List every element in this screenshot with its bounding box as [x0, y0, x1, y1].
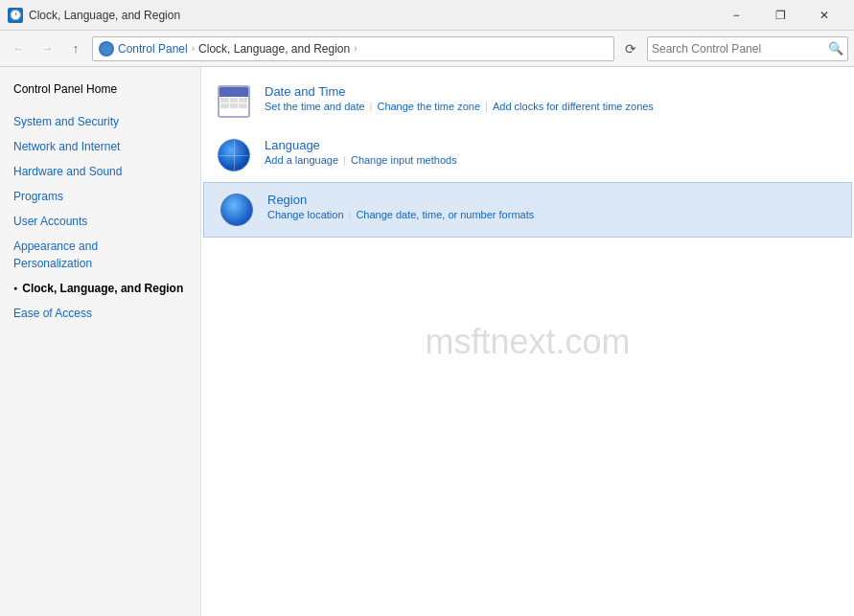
close-button[interactable]: ✕ [802, 0, 846, 31]
date-time-links: Set the time and date | Change the time … [265, 101, 839, 112]
content-area: Date and Time Set the time and date | Ch… [201, 67, 854, 616]
main-layout: Control Panel Home System and Security N… [0, 67, 854, 616]
cal-cell [220, 103, 229, 108]
sidebar-item-appearance[interactable]: Appearance andPersonalization [0, 234, 200, 276]
address-path-box[interactable]: Control Panel › Clock, Language, and Reg… [92, 36, 614, 61]
date-time-title[interactable]: Date and Time [265, 84, 839, 99]
region-links: Change location | Change date, time, or … [267, 209, 836, 220]
watermark: msftnext.com [425, 322, 630, 362]
restore-button[interactable]: ❐ [758, 0, 802, 31]
refresh-button[interactable]: ⟳ [618, 36, 643, 61]
window-controls: − ❐ ✕ [714, 0, 846, 31]
link-sep: | [349, 209, 352, 220]
language-icon [217, 138, 251, 172]
minimize-button[interactable]: − [714, 0, 758, 31]
region-text: Region Change location | Change date, ti… [267, 193, 836, 220]
cal-cell [220, 98, 229, 103]
sidebar-item-programs[interactable]: Programs [0, 184, 200, 209]
breadcrumb-current: Clock, Language, and Region [198, 42, 350, 56]
breadcrumb-sep-1: › [192, 43, 195, 54]
sidebar-sep [0, 102, 200, 109]
language-title[interactable]: Language [265, 138, 839, 152]
sidebar-item-hardware-sound[interactable]: Hardware and Sound [0, 159, 200, 184]
date-time-text: Date and Time Set the time and date | Ch… [265, 84, 839, 112]
calendar-icon [218, 85, 250, 118]
category-date-time: Date and Time Set the time and date | Ch… [201, 75, 854, 128]
link-sep: | [343, 154, 346, 166]
window-title: Clock, Language, and Region [29, 9, 714, 22]
title-bar: 🕐 Clock, Language, and Region − ❐ ✕ [0, 0, 854, 31]
search-box[interactable]: 🔍 [647, 36, 848, 61]
breadcrumb-control-panel[interactable]: Control Panel [118, 42, 188, 56]
link-change-location[interactable]: Change location [267, 209, 344, 220]
sidebar-home[interactable]: Control Panel Home [0, 77, 200, 102]
cal-cell [230, 98, 239, 103]
sidebar-item-network-internet[interactable]: Network and Internet [0, 134, 200, 159]
up-button[interactable]: ↑ [63, 36, 88, 61]
cal-cell [239, 98, 247, 103]
region-icon-container [219, 193, 254, 227]
cal-cell [230, 103, 239, 108]
link-add-clocks[interactable]: Add clocks for different time zones [493, 101, 654, 112]
link-sep: | [485, 101, 488, 112]
link-change-input[interactable]: Change input methods [351, 154, 457, 166]
sidebar-item-system-security[interactable]: System and Security [0, 109, 200, 134]
sidebar-item-ease-of-access[interactable]: Ease of Access [0, 301, 200, 326]
link-add-language[interactable]: Add a language [265, 154, 338, 166]
globe-icon [99, 41, 114, 57]
cal-top [219, 87, 248, 97]
forward-button[interactable]: → [35, 36, 59, 61]
address-bar: ← → ↑ Control Panel › Clock, Language, a… [0, 31, 854, 67]
date-time-icon [217, 84, 251, 119]
category-region: Region Change location | Change date, ti… [203, 182, 852, 238]
sidebar: Control Panel Home System and Security N… [0, 67, 201, 616]
back-button[interactable]: ← [6, 36, 31, 61]
breadcrumb-sep-2: › [354, 43, 357, 54]
cal-cell [239, 103, 247, 108]
search-icon[interactable]: 🔍 [828, 41, 843, 56]
language-text: Language Add a language | Change input m… [265, 138, 839, 166]
category-language: Language Add a language | Change input m… [201, 128, 854, 182]
search-input[interactable] [652, 42, 828, 56]
link-set-time[interactable]: Set the time and date [265, 101, 365, 112]
link-change-timezone[interactable]: Change the time zone [377, 101, 480, 112]
link-change-date-formats[interactable]: Change date, time, or number formats [356, 209, 534, 220]
region-globe-icon [220, 194, 253, 226]
lang-globe-icon [218, 139, 250, 171]
app-icon: 🕐 [8, 8, 23, 23]
link-sep: | [370, 101, 373, 112]
sidebar-item-clock-lang-region[interactable]: Clock, Language, and Region [0, 276, 200, 301]
sidebar-item-user-accounts[interactable]: User Accounts [0, 209, 200, 234]
region-title[interactable]: Region [267, 193, 836, 207]
language-links: Add a language | Change input methods [265, 154, 839, 166]
cal-grid [219, 97, 248, 109]
